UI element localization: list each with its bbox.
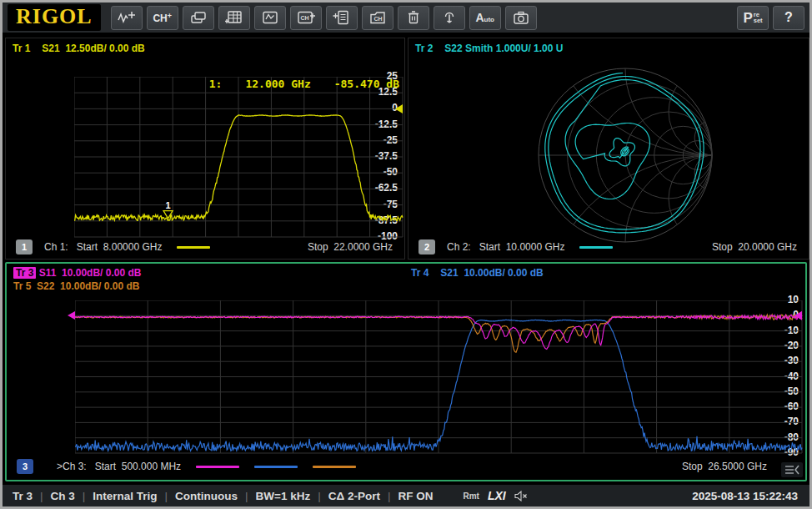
- channel-add-icon: CH+: [153, 12, 172, 24]
- status-active-channel[interactable]: Ch 3: [51, 490, 75, 502]
- channel1-badge[interactable]: 1: [16, 239, 33, 254]
- folder-ch-icon: CH: [368, 9, 387, 26]
- chart-window-icon: [261, 9, 279, 26]
- trace-add-button[interactable]: [111, 6, 143, 30]
- help-icon: ?: [784, 10, 793, 25]
- trace1-plot: 1: [74, 77, 404, 239]
- speaker-mute-icon[interactable]: [514, 491, 528, 501]
- trace5-swatch: [313, 466, 356, 468]
- trace5-header[interactable]: Tr 5 S22 10.00dB/ 0.00 dB: [13, 280, 139, 292]
- menu-icon: [784, 464, 800, 476]
- trace1-swatch: [177, 246, 210, 249]
- channel-add-button[interactable]: CH+: [147, 6, 178, 30]
- channel2-badge[interactable]: 2: [419, 239, 435, 254]
- status-if-bandwidth[interactable]: BW=1 kHz: [256, 490, 311, 502]
- status-trigger-source[interactable]: Internal Trig: [93, 490, 157, 502]
- measure-setup-button[interactable]: [326, 6, 358, 30]
- status-sweep-mode[interactable]: Continuous: [175, 490, 238, 502]
- trace345-plot: [75, 300, 804, 456]
- trace-window-button[interactable]: [254, 6, 286, 30]
- touch-icon: [440, 9, 459, 26]
- trace4-header[interactable]: Tr 4S21 10.00dB/ 0.00 dB: [411, 267, 544, 279]
- window-channel-add-icon: CH: [296, 9, 316, 26]
- table-add-button[interactable]: [218, 6, 250, 30]
- remote-indicator: Rmt: [464, 491, 479, 501]
- touch-mode-button[interactable]: [434, 6, 465, 30]
- table-add-icon: [225, 9, 243, 26]
- channel2-footer: 2 Ch 2: Start 10.0000 GHz Stop 20.0000 G…: [409, 237, 809, 257]
- layers-icon: [189, 9, 208, 26]
- vna-screen: RIGOL CH+: [0, 0, 812, 509]
- trace4-swatch: [254, 466, 298, 468]
- status-cal-state[interactable]: CΔ 2-Port: [328, 490, 380, 502]
- document-add-icon: [333, 9, 351, 26]
- status-bar: Tr 3| Ch 3| Internal Trig| Continuous| B…: [3, 483, 809, 506]
- ref-level-arrow-left[interactable]: [68, 311, 75, 320]
- channel-folder-button[interactable]: CH: [362, 6, 393, 30]
- svg-text:CH: CH: [300, 15, 308, 21]
- auto-icon: Auto: [475, 10, 494, 25]
- trace3-swatch: [196, 466, 239, 468]
- camera-icon: [512, 9, 530, 26]
- trace1-header[interactable]: Tr 1S21 12.50dB/ 0.00 dB: [13, 43, 145, 54]
- toolbar: RIGOL CH+: [3, 3, 809, 34]
- trace3-active-badge[interactable]: Tr 3: [13, 267, 36, 279]
- hidden-menu-handle[interactable]: [781, 462, 803, 477]
- window-channel1[interactable]: Tr 1S21 12.50dB/ 0.00 dB 2512.50-12.5-25…: [5, 38, 405, 260]
- trace2-swatch: [579, 246, 613, 249]
- status-rf-state[interactable]: RF ON: [398, 490, 434, 502]
- svg-text:CH: CH: [373, 16, 382, 22]
- trash-icon: [404, 9, 423, 26]
- datetime: 2025-08-13 15:22:43: [692, 490, 798, 502]
- screenshot-button[interactable]: [505, 6, 537, 30]
- delete-button[interactable]: [398, 6, 429, 30]
- channel3-badge[interactable]: 3: [17, 459, 33, 474]
- marker1-readout: 1:12.000 GHz-85.470 dB: [156, 78, 399, 90]
- lxi-indicator[interactable]: LXI: [488, 489, 506, 502]
- window-layout-button[interactable]: [183, 6, 214, 30]
- window-channel3[interactable]: Tr 3 S11 10.00dB/ 0.00 dB Tr 4S21 10.00d…: [5, 262, 807, 481]
- preset-icon: P reset: [743, 12, 762, 24]
- marker-1-label: 1: [166, 200, 171, 210]
- smith-chart: [409, 38, 809, 257]
- channel1-footer: 1 Ch 1: Start 8.00000 GHz Stop 22.0000 G…: [6, 237, 404, 257]
- channel3-footer: 3 >Ch 3: Start 500.000 MHz Stop 26.5000 …: [7, 456, 805, 476]
- preset-button[interactable]: P reset: [737, 6, 769, 30]
- window-channel2[interactable]: Tr 2S22 Smith 1.000U/ 1.00 U 2 Ch 2: Sta…: [408, 38, 809, 260]
- trace-add-icon: [117, 9, 137, 26]
- status-active-trace[interactable]: Tr 3: [13, 490, 33, 502]
- rigol-logo: RIGOL: [8, 4, 101, 31]
- help-button[interactable]: ?: [773, 6, 804, 30]
- ref-level-arrow-right[interactable]: [794, 311, 802, 320]
- channel-window-button[interactable]: CH: [290, 6, 322, 30]
- trace3-header[interactable]: Tr 3 S11 10.00dB/ 0.00 dB: [13, 267, 141, 279]
- ref-level-arrow-right[interactable]: [395, 104, 403, 113]
- auto-scale-button[interactable]: Auto: [469, 6, 501, 30]
